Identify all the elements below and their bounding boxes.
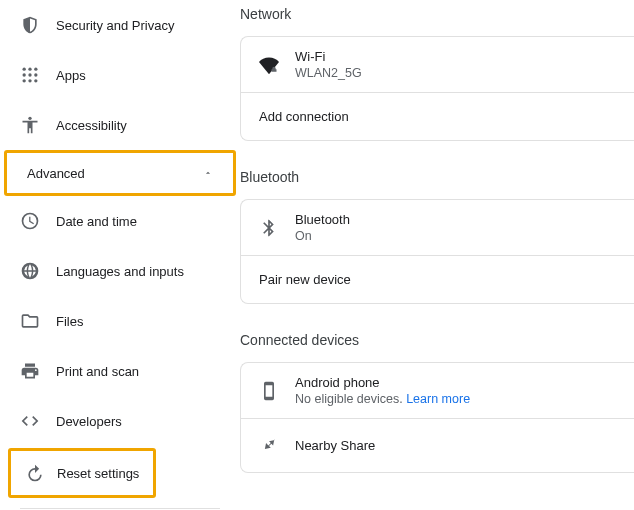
- globe-icon: [20, 261, 40, 281]
- pair-device-label: Pair new device: [259, 272, 351, 287]
- sidebar-item-label: Print and scan: [56, 364, 139, 379]
- bluetooth-row[interactable]: Bluetooth On: [241, 200, 634, 255]
- printer-icon: [20, 361, 40, 381]
- svg-point-2: [34, 68, 37, 71]
- reset-icon: [25, 463, 45, 483]
- sidebar-item-label: Date and time: [56, 214, 137, 229]
- svg-point-3: [23, 73, 26, 76]
- sidebar-item-apps[interactable]: Apps: [0, 50, 240, 100]
- sidebar-item-label: Security and Privacy: [56, 18, 175, 33]
- wifi-ssid: WLAN2_5G: [295, 66, 362, 80]
- sidebar-item-label: Accessibility: [56, 118, 127, 133]
- accessibility-icon: [20, 115, 40, 135]
- highlight-advanced: Advanced: [4, 150, 236, 196]
- sidebar-item-accessibility[interactable]: Accessibility: [0, 100, 240, 150]
- wifi-label: Wi-Fi: [295, 49, 362, 64]
- sidebar-item-label: Developers: [56, 414, 122, 429]
- section-title-network: Network: [240, 6, 634, 22]
- nearby-share-label: Nearby Share: [295, 438, 375, 453]
- svg-point-0: [23, 68, 26, 71]
- chevron-up-icon: [203, 168, 213, 178]
- advanced-toggle[interactable]: Advanced: [11, 157, 229, 189]
- svg-point-8: [34, 79, 37, 82]
- advanced-label: Advanced: [27, 166, 85, 181]
- main-content: Network Wi-Fi WLAN2_5G Add connection Bl…: [240, 0, 634, 510]
- svg-point-5: [34, 73, 37, 76]
- sidebar-item-label: Files: [56, 314, 83, 329]
- nearby-share-row[interactable]: Nearby Share: [241, 418, 634, 472]
- wifi-icon: [259, 55, 279, 75]
- learn-more-link[interactable]: Learn more: [406, 392, 470, 406]
- phone-icon: [259, 381, 279, 401]
- sidebar-item-print-scan[interactable]: Print and scan: [0, 346, 240, 396]
- apps-grid-icon: [20, 65, 40, 85]
- bluetooth-label: Bluetooth: [295, 212, 350, 227]
- svg-point-7: [28, 79, 31, 82]
- pair-device-row[interactable]: Pair new device: [241, 255, 634, 303]
- add-connection-row[interactable]: Add connection: [241, 92, 634, 140]
- sidebar-item-files[interactable]: Files: [0, 296, 240, 346]
- connected-devices-card: Android phone No eligible devices. Learn…: [240, 362, 634, 473]
- svg-point-9: [28, 117, 31, 120]
- shield-icon: [20, 15, 40, 35]
- sidebar-item-label: Languages and inputs: [56, 264, 184, 279]
- svg-point-1: [28, 68, 31, 71]
- divider: [20, 508, 220, 509]
- sidebar-item-reset-settings[interactable]: Reset settings: [11, 451, 153, 495]
- bluetooth-icon: [259, 218, 279, 238]
- network-card: Wi-Fi WLAN2_5G Add connection: [240, 36, 634, 141]
- svg-point-6: [23, 79, 26, 82]
- wifi-row[interactable]: Wi-Fi WLAN2_5G: [241, 37, 634, 92]
- clock-icon: [20, 211, 40, 231]
- highlight-reset: Reset settings: [8, 448, 156, 498]
- android-phone-row[interactable]: Android phone No eligible devices. Learn…: [241, 363, 634, 418]
- android-phone-sub: No eligible devices. Learn more: [295, 392, 470, 406]
- android-phone-label: Android phone: [295, 375, 470, 390]
- sidebar-item-date-time[interactable]: Date and time: [0, 196, 240, 246]
- bluetooth-status: On: [295, 229, 350, 243]
- nearby-share-icon: [259, 436, 279, 456]
- sidebar: Security and Privacy Apps Accessibility …: [0, 0, 240, 510]
- sidebar-item-label: Reset settings: [57, 466, 139, 481]
- sidebar-item-security-privacy[interactable]: Security and Privacy: [0, 0, 240, 50]
- bluetooth-card: Bluetooth On Pair new device: [240, 199, 634, 304]
- section-title-bluetooth: Bluetooth: [240, 169, 634, 185]
- sidebar-item-developers[interactable]: Developers: [0, 396, 240, 446]
- section-title-connected: Connected devices: [240, 332, 634, 348]
- sidebar-item-label: Apps: [56, 68, 86, 83]
- add-connection-label: Add connection: [259, 109, 349, 124]
- code-icon: [20, 411, 40, 431]
- svg-point-4: [28, 73, 31, 76]
- folder-icon: [20, 311, 40, 331]
- sidebar-item-languages[interactable]: Languages and inputs: [0, 246, 240, 296]
